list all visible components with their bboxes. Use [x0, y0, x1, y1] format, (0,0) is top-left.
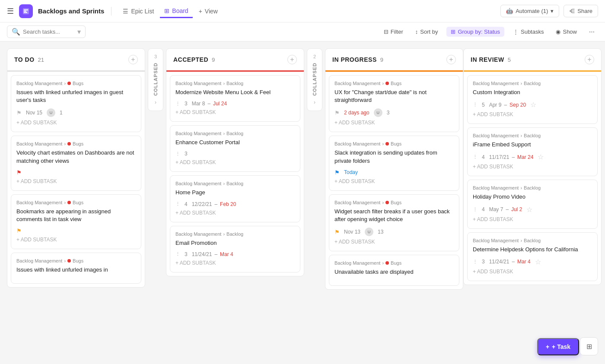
show-icon: ◉	[556, 28, 560, 35]
column-inprogress-header: IN PROGRESS 9 +	[325, 49, 463, 72]
nav-board[interactable]: ⊞ Board	[160, 5, 192, 18]
add-subtask-btn[interactable]: + ADD SUBTASK	[175, 257, 295, 267]
subtasks-button[interactable]: ⋮ Subtasks	[509, 27, 547, 37]
add-subtask-btn[interactable]: + ADD SUBTASK	[16, 176, 136, 185]
share-button[interactable]: ⋲ Share	[564, 5, 598, 17]
flag-icon: ⚑	[16, 228, 22, 234]
add-subtask-btn[interactable]: + ADD SUBTASK	[473, 214, 592, 223]
card-todo-1[interactable]: Backlog Management › Bugs Issues with li…	[11, 75, 141, 132]
star-icon[interactable]: ☆	[526, 206, 532, 214]
card-ir-3[interactable]: Backlog Management › Backlog Holiday Pro…	[467, 180, 598, 228]
sort-icon: ↕	[415, 28, 418, 35]
add-subtask-btn[interactable]: + ADD SUBTASK	[175, 157, 295, 166]
column-todo-count: 21	[38, 57, 44, 63]
avatar-group: U	[374, 108, 382, 117]
column-accepted-count: 9	[212, 57, 215, 63]
date-range: Mar 8 – Jul 24	[192, 101, 227, 107]
automate-button[interactable]: 🤖 Automate (1) ▾	[500, 5, 559, 17]
add-subtask-btn[interactable]: + ADD SUBTASK	[473, 266, 592, 275]
add-subtask-btn[interactable]: + ADD SUBTASK	[16, 117, 136, 127]
star-icon[interactable]: ☆	[538, 153, 544, 161]
card-todo-4[interactable]: Backlog Management › Bugs Issues with li…	[11, 253, 141, 284]
card-ir-3-breadcrumb: Backlog Management › Backlog	[473, 185, 592, 190]
card-ip-4-breadcrumb: Backlog Management › Bugs	[334, 260, 454, 266]
column-todo-title: TO DO	[14, 56, 35, 63]
subtask-icon: ⋮	[175, 101, 180, 107]
flag-icon: ⚑	[334, 110, 340, 116]
collapsed-col-2[interactable]: 2 COLLAPSED ›	[307, 48, 322, 111]
card-ip-2-title: Slack integration is sending updates fro…	[334, 149, 454, 165]
card-ip-2[interactable]: Backlog Management › Bugs Slack integrat…	[329, 136, 459, 190]
card-ir-1-breadcrumb: Backlog Management › Backlog	[473, 81, 592, 86]
card-ir-4-footer: ⋮ 3 11/24/21 – Mar 4 ☆	[473, 258, 592, 266]
column-inprogress-add[interactable]: +	[446, 55, 456, 64]
add-subtask-btn[interactable]: + ADD SUBTASK	[16, 234, 136, 244]
search-input[interactable]	[23, 28, 75, 35]
card-acc-1[interactable]: Backlog Management › Backlog Modernize W…	[170, 75, 300, 122]
add-subtask-btn[interactable]: + ADD SUBTASK	[473, 109, 592, 118]
card-ip-4[interactable]: Backlog Management › Bugs Unavailable ta…	[329, 255, 459, 286]
card-ir-4[interactable]: Backlog Management › Backlog Determine H…	[467, 232, 598, 281]
add-subtask-btn[interactable]: + ADD SUBTASK	[334, 176, 454, 185]
add-task-button[interactable]: + + Task	[537, 338, 579, 355]
card-acc-1-footer: ⋮ 3 Mar 8 – Jul 24	[175, 101, 295, 107]
column-inreview-add[interactable]: +	[585, 55, 594, 64]
card-ir-2-breadcrumb: Backlog Management › Backlog	[473, 133, 592, 138]
collapsed-col-1[interactable]: 3 COLLAPSED ›	[148, 48, 163, 111]
filter-button[interactable]: ⊟ Filter	[380, 27, 407, 37]
nav-view[interactable]: + View	[194, 5, 222, 17]
card-ip-3-title: Widget search filter breaks if a user go…	[334, 208, 454, 223]
plus-icon: +	[546, 343, 549, 350]
add-subtask-btn[interactable]: + ADD SUBTASK	[175, 207, 295, 217]
hamburger-icon[interactable]: ☰	[7, 6, 14, 16]
card-todo-2[interactable]: Backlog Management › Bugs Velocity chart…	[11, 136, 141, 190]
column-accepted-add[interactable]: +	[287, 55, 297, 64]
nav-epic-list-label: Epic List	[131, 8, 154, 15]
card-ir-1[interactable]: Backlog Management › Backlog Custom Inte…	[467, 75, 598, 124]
subtask-icon: ⋮	[473, 102, 478, 108]
add-subtask-btn[interactable]: + ADD SUBTASK	[334, 117, 454, 127]
search-box[interactable]: 🔍 ▾	[7, 25, 86, 38]
card-ip-1[interactable]: Backlog Management › Bugs UX for "Change…	[329, 75, 459, 132]
card-todo-4-title: Issues with linked unfurled images in	[16, 266, 136, 274]
card-todo-3[interactable]: Backlog Management › Bugs Bookmarks are …	[11, 194, 141, 249]
nav-epic-list[interactable]: ☰ Epic List	[118, 5, 158, 17]
main-nav: ☰ Epic List ⊞ Board + View	[118, 5, 222, 18]
group-by-button[interactable]: ⊞ Group by: Status	[446, 27, 504, 37]
card-ir-1-title: Custom Integration	[473, 89, 592, 96]
card-ip-1-date: 2 days ago	[344, 110, 369, 116]
card-acc-3-breadcrumb: Backlog Management › Backlog	[175, 181, 295, 186]
column-accepted-title: ACCEPTED	[173, 56, 208, 63]
grid-view-button[interactable]: ⊞	[580, 337, 598, 355]
flag-icon: ⚑	[334, 229, 340, 235]
toolbar: 🔍 ▾ ⊟ Filter ↕ Sort by ⊞ Group by: Statu…	[0, 22, 605, 41]
card-acc-4[interactable]: Backlog Management › Backlog Email Promo…	[170, 226, 300, 272]
more-button[interactable]: ⋯	[586, 27, 598, 37]
avatar-group: U	[365, 228, 373, 236]
card-acc-3[interactable]: Backlog Management › Backlog Home Page ⋮…	[170, 175, 300, 222]
card-acc-3-title: Home Page	[175, 189, 295, 196]
card-ip-3[interactable]: Backlog Management › Bugs Widget search …	[329, 194, 459, 251]
column-todo-add[interactable]: +	[128, 55, 138, 64]
card-ir-2[interactable]: Backlog Management › Backlog iFrame Embe…	[467, 127, 598, 176]
show-button[interactable]: ◉ Show	[552, 27, 580, 37]
card-acc-2[interactable]: Backlog Management › Backlog Enhance Cus…	[170, 125, 300, 172]
view-icon: +	[199, 8, 202, 15]
date-range: 11/24/21 – Mar 4	[192, 251, 233, 257]
column-todo: TO DO 21 + Backlog Management › Bugs Iss…	[7, 48, 145, 288]
header: ☰ Backlogs and Sprints ☰ Epic List ⊞ Boa…	[0, 0, 605, 22]
sort-button[interactable]: ↕ Sort by	[412, 27, 442, 37]
add-subtask-btn[interactable]: + ADD SUBTASK	[334, 236, 454, 246]
chevron-right-icon-2: ›	[314, 99, 315, 105]
card-ir-2-footer: ⋮ 4 11/17/21 – Mar 24 ☆	[473, 153, 592, 161]
bug-dot	[385, 201, 389, 204]
star-icon[interactable]: ☆	[530, 101, 536, 109]
add-subtask-btn[interactable]: + ADD SUBTASK	[175, 107, 295, 116]
card-acc-4-title: Email Promotion	[175, 239, 295, 247]
card-todo-4-breadcrumb: Backlog Management › Bugs	[16, 258, 136, 263]
date-range: 11/17/21 – Mar 24	[489, 154, 534, 160]
bug-dot	[67, 82, 71, 85]
star-icon[interactable]: ☆	[535, 258, 541, 266]
grid-icon: ⊞	[586, 342, 592, 351]
add-subtask-btn[interactable]: + ADD SUBTASK	[473, 161, 592, 171]
